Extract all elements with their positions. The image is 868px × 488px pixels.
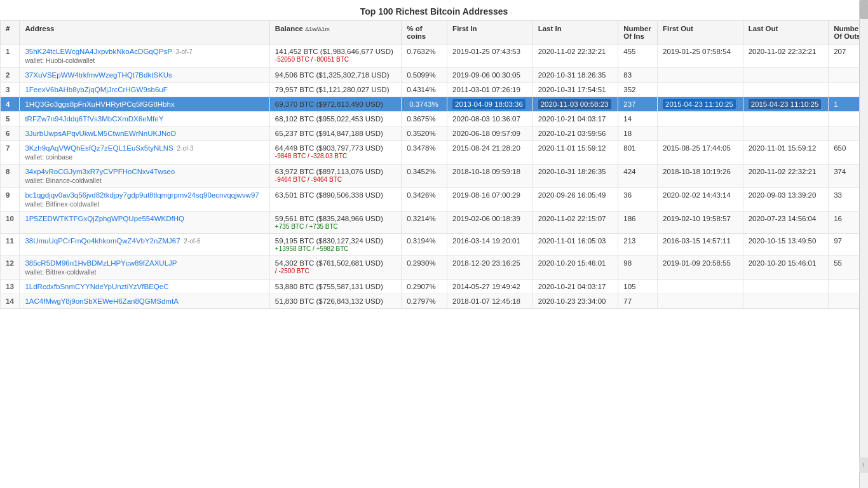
cell-last-out (743, 83, 829, 97)
cell-pct: 0.3452% (402, 165, 447, 188)
cell-last-in: 2020-10-21 04:03:17 (532, 112, 618, 126)
table-row: 31FeexV6bAHb8ybZjqQMjJrcCrHGW9sb6uF79,95… (1, 83, 868, 97)
wallet-label: wallet: Binance-coldwallet (25, 177, 264, 184)
cell-balance: 54,302 BTC ($761,502,681 USD)/ -2500 BTC (269, 256, 401, 280)
cell-balance: 141,452 BTC ($1,983,646,677 USD)-52050 B… (269, 44, 401, 68)
balance-change: +13958 BTC / +5982 BTC (275, 245, 349, 252)
cell-first-in: 2020-08-03 10:36:07 (447, 112, 533, 126)
cell-pct: 0.5099% (402, 68, 447, 83)
address-link[interactable]: 3JurbUwpsAPqvUkwLM5CtwnEWrNnUKJNoD (25, 130, 176, 137)
scrollbar-thumb[interactable] (860, 0, 868, 19)
last-out-highlight: 2015-04-23 11:10:25 (749, 99, 822, 109)
table-row: 41HQ3Go3ggs8pFnXuHVHRytPCq5fGG8Hbhx69,37… (1, 97, 868, 112)
cell-pct: 0.4314% (402, 83, 447, 97)
cell-first-in: 2016-03-14 19:20:01 (447, 234, 533, 256)
cell-last-out: 2020-11-02 22:32:21 (743, 44, 829, 68)
cell-last-in: 2020-11-01 16:05:03 (532, 234, 618, 256)
cell-balance: 79,957 BTC ($1,121,280,027 USD) (269, 83, 401, 97)
balance-btc: 141,452 BTC ($1,983,646,677 USD) (275, 48, 393, 55)
cell-last-out (743, 68, 829, 83)
cell-first-out (658, 294, 743, 309)
col-balance: Balance Δ1w/Δ1m (269, 21, 401, 44)
cell-pct: 0.3675% (402, 112, 447, 126)
cell-num-ins: 36 (618, 188, 658, 212)
cell-first-out (658, 126, 743, 141)
scrollbar[interactable]: ↑ (859, 0, 868, 309)
address-link[interactable]: 1P5ZEDWTKTFGxQjZphgWPQUpe554WKDfHQ (25, 215, 184, 222)
cell-last-in: 2020-10-23 23:34:00 (532, 294, 618, 309)
col-last-in: Last In (532, 21, 618, 44)
cell-pct: 0.3743% (402, 97, 447, 112)
balance-btc: 68,102 BTC ($955,022,453 USD) (275, 115, 383, 123)
cell-pct: 0.2930% (402, 256, 447, 280)
cell-last-in: 2020-10-21 04:03:17 (532, 280, 618, 294)
cell-balance: 68,102 BTC ($955,022,453 USD) (269, 112, 401, 126)
cell-address: 1P5ZEDWTKTFGxQjZphgWPQUpe554WKDfHQ (20, 212, 269, 234)
cell-num: 14 (1, 294, 20, 309)
address-link[interactable]: 37XuVSEpWW4trkfmvWzegTHQt7BdktSKUs (25, 71, 172, 79)
cell-address: 385cR5DM96n1HvBDMzLHPYcw89fZAXULJPwallet… (20, 256, 269, 280)
cell-num: 10 (1, 212, 20, 234)
cell-last-out: 2020-11-02 22:32:21 (743, 165, 829, 188)
cell-last-in: 2020-10-21 03:59:56 (532, 126, 618, 141)
cell-num: 9 (1, 188, 20, 212)
last-in-highlight: 2020-11-03 00:58:23 (538, 99, 611, 109)
cell-last-in: 2020-09-26 16:05:49 (532, 188, 618, 212)
balance-change: -9464 BTC / -9464 BTC (275, 176, 342, 183)
table-header-row: # Address Balance Δ1w/Δ1m % ofcoins Firs… (1, 21, 868, 44)
cell-first-in: 2018-10-18 09:59:18 (447, 165, 533, 188)
cell-address: 37XuVSEpWW4trkfmvWzegTHQt7BdktSKUs (20, 68, 269, 83)
cell-num-ins: 801 (618, 141, 658, 165)
cell-first-in: 2018-12-20 23:16:25 (447, 256, 533, 280)
address-link[interactable]: 1AC4fMwgY8j9onSbXEWeH6Zan8QGMSdmtA (25, 297, 178, 305)
address-link[interactable]: 38UmuUqPCrFmQo4khkomQwZ4VbY2nZMJ67 (25, 237, 180, 245)
cell-first-out (658, 280, 743, 294)
cell-first-in: 2019-09-06 00:30:05 (447, 68, 533, 83)
cell-pct: 0.2907% (402, 280, 447, 294)
first-out-highlight: 2015-04-23 11:10:25 (663, 99, 736, 109)
cell-balance: 51,830 BTC ($726,843,132 USD) (269, 294, 401, 309)
address-link[interactable]: 1HQ3Go3ggs8pFnXuHVHRytPCq5fGG8Hbhx (25, 100, 174, 108)
address-link[interactable]: tRFZw7n94Jddq6TfVs3MbCXmDX6eMfeY (25, 115, 163, 123)
cell-balance: 59,195 BTC ($830,127,324 USD)+13958 BTC … (269, 234, 401, 256)
cell-first-in: 2019-02-06 00:18:39 (447, 212, 533, 234)
cell-balance: 59,561 BTC ($835,248,966 USD)+735 BTC / … (269, 212, 401, 234)
table-row: 1138UmuUqPCrFmQo4khkomQwZ4VbY2nZMJ67 2-o… (1, 234, 868, 256)
cell-first-in: 2013-04-09 18:03:36 (447, 97, 533, 112)
cell-num: 12 (1, 256, 20, 280)
cell-num: 3 (1, 83, 20, 97)
cell-address: bc1qgdjqv0av3q56jvd82tkdjpy7gdp9ut8tlqmg… (20, 188, 269, 212)
table-row: 131LdRcdxfbSnmCYYNdeYpUnztiYzVfBEQeC53,8… (1, 280, 868, 294)
cell-first-out: 2015-04-23 11:10:25 (658, 97, 743, 112)
address-link[interactable]: 35hK24tcLEWcgNA4JxpvbkNkoAcDGqQPsP (25, 48, 172, 55)
balance-change: +735 BTC / +735 BTC (275, 223, 338, 230)
first-in-highlight: 2013-04-09 18:03:36 (452, 99, 526, 109)
balance-btc: 64,449 BTC ($903,797,773 USD) (275, 144, 383, 152)
address-link[interactable]: 3Kzh9qAqVWQhEsfQz7zEQL1EuSx5tyNLNS (25, 144, 173, 152)
cell-pct: 0.3520% (402, 126, 447, 141)
address-link[interactable]: 1FeexV6bAHb8ybZjqQMjJrcCrHGW9sb6uF (25, 86, 167, 93)
cell-balance: 64,449 BTC ($903,797,773 USD)-9848 BTC /… (269, 141, 401, 165)
cell-address: 34xp4vRoCGJym3xR7yCVPFHoCNxv4Twseowallet… (20, 165, 269, 188)
address-link[interactable]: 34xp4vRoCGJym3xR7yCVPFHoCNxv4Twseo (25, 168, 175, 175)
address-link[interactable]: 1LdRcdxfbSnmCYYNdeYpUnztiYzVfBEQeC (25, 283, 168, 290)
cell-pct: 0.3194% (402, 234, 447, 256)
col-last-out: Last Out (743, 21, 829, 44)
cell-last-in: 2020-10-31 18:26:35 (532, 68, 618, 83)
cell-num-ins: 213 (618, 234, 658, 256)
cell-last-in: 2020-10-31 17:54:51 (532, 83, 618, 97)
cell-address: 1LdRcdxfbSnmCYYNdeYpUnztiYzVfBEQeC (20, 280, 269, 294)
cell-num: 5 (1, 112, 20, 126)
cell-num-ins: 14 (618, 112, 658, 126)
balance-btc: 63,501 BTC ($890,506,338 USD) (275, 191, 383, 199)
address-link[interactable]: 385cR5DM96n1HvBDMzLHPYcw89fZAXULJP (25, 259, 177, 267)
cell-last-in: 2020-11-01 15:59:12 (532, 141, 618, 165)
cell-last-out: 2020-10-20 15:46:01 (743, 256, 829, 280)
cell-first-out (658, 83, 743, 97)
address-link[interactable]: bc1qgdjqv0av3q56jvd82tkdjpy7gdp9ut8tlqmg… (25, 191, 259, 199)
cell-first-out: 2019-01-09 20:58:55 (658, 256, 743, 280)
balance-btc: 54,302 BTC ($761,502,681 USD) (275, 259, 383, 267)
cell-address: 1FeexV6bAHb8ybZjqQMjJrcCrHGW9sb6uF (20, 83, 269, 97)
cell-first-out: 2020-02-02 14:43:14 (658, 188, 743, 212)
cell-last-out: 2020-10-15 13:49:50 (743, 234, 829, 256)
